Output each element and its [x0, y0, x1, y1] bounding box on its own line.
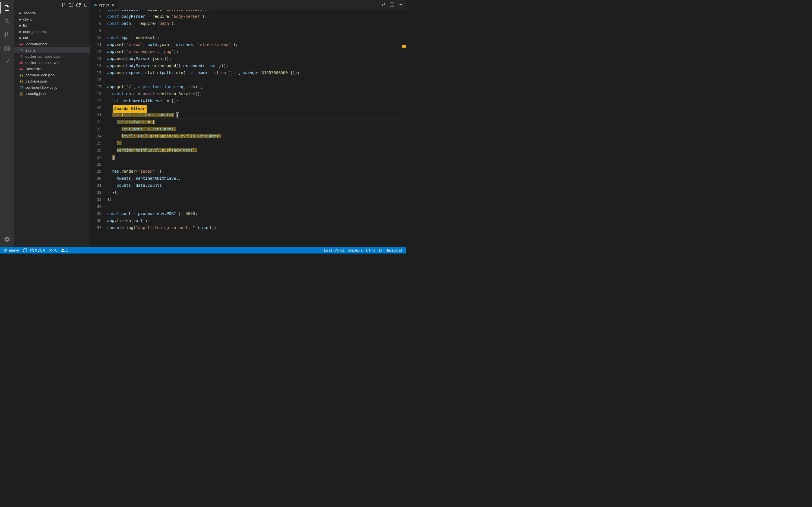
file-row[interactable]: JSsentimentService.js	[14, 84, 90, 91]
svg-point-8	[62, 249, 63, 250]
tab-appjs[interactable]: JS app.js ×	[90, 0, 118, 10]
status-problems[interactable]: 0 0	[29, 247, 47, 253]
code-line[interactable]: });	[107, 196, 406, 203]
collapse-all-button[interactable]	[84, 3, 88, 7]
activity-scm[interactable]	[0, 29, 14, 41]
file-row[interactable]: {}tsconfig.json	[14, 91, 90, 97]
code-line[interactable]: · · tweets: sentimentWithLevel,	[107, 175, 406, 182]
code-line[interactable]: · let sentimentWithLevel = [];	[107, 98, 406, 105]
svg-point-9	[63, 249, 64, 250]
file-row[interactable]: Dockerfile	[14, 66, 90, 72]
code-line[interactable]	[107, 76, 406, 83]
docker-icon	[18, 60, 24, 65]
code-line[interactable]	[107, 203, 406, 210]
file-row[interactable]: docker-compose.yml	[14, 59, 90, 66]
tree-label: client	[23, 17, 32, 21]
code-line[interactable]	[107, 161, 406, 168]
code-lines[interactable]: const session = require('express-session…	[107, 10, 406, 231]
code-line[interactable]: · }	[107, 154, 406, 161]
code-line[interactable]	[107, 27, 406, 34]
status-liveshare[interactable]: PJ	[47, 247, 59, 253]
chevron-right-icon: ▶	[18, 30, 22, 33]
code-line[interactable]: · for (let s in data.tweets) {	[107, 112, 406, 119]
code-line[interactable]: · · sentimentWithLevel.push(newTweet);	[107, 147, 406, 154]
code-line[interactable]: app.set('views', path.join(__dirname, 'c…	[107, 41, 406, 48]
ellipsis-icon	[398, 2, 403, 7]
code-line[interactable]: const app = express();	[107, 34, 406, 41]
activity-search[interactable]	[0, 16, 14, 27]
code-line[interactable]: app.get('/', async function (req, res) {	[107, 83, 406, 91]
more-actions-button[interactable]	[398, 2, 403, 8]
folder-row[interactable]: ▶.vscode	[14, 10, 90, 16]
code-line[interactable]: · · let newTweet = {	[107, 119, 406, 126]
js-icon: JS	[18, 86, 24, 89]
tab-close-button[interactable]: ×	[111, 3, 115, 7]
activity-settings[interactable]	[0, 234, 14, 245]
svg-point-7	[50, 250, 51, 251]
activity-bar	[0, 0, 14, 247]
gear-icon	[4, 236, 10, 243]
code-line[interactable]: · · };	[107, 140, 406, 147]
compare-changes-button[interactable]	[381, 2, 386, 8]
yaml-icon: !	[18, 55, 24, 58]
code-line[interactable]: console.log("app listening on port: " + …	[107, 224, 406, 231]
compare-icon	[381, 2, 386, 7]
code-editor[interactable]: 6789101112131415161718192021222324252627…	[90, 10, 406, 247]
file-row[interactable]: !docker-compose.deb...	[14, 53, 90, 59]
status-participants[interactable]: 1	[59, 247, 70, 253]
sidebar-explorer: E... ▶.vscode▶client▶lib▶node	[14, 0, 90, 247]
status-eol[interactable]: LF	[377, 247, 385, 253]
minimap[interactable]	[402, 10, 406, 247]
code-line[interactable]: app.use(express.static(path.join(__dirna…	[107, 69, 406, 76]
file-row[interactable]: JSapp.js	[14, 47, 90, 53]
folder-row[interactable]: ▶client	[14, 16, 90, 22]
branch-icon	[4, 248, 8, 252]
code-line[interactable]: app.use(bodyParser.urlencoded({ extended…	[107, 62, 406, 69]
code-line[interactable]: app.listen(port);	[107, 217, 406, 224]
status-cursor[interactable]: Ln 21, Col 31	[322, 247, 346, 253]
status-language[interactable]: JavaScript	[385, 247, 404, 253]
status-spaces[interactable]: Spaces: 2	[346, 247, 364, 253]
file-row[interactable]: .dockerignore	[14, 41, 90, 47]
file-row[interactable]: {}package.json	[14, 78, 90, 84]
code-line[interactable]: · · counts: data.counts	[107, 182, 406, 189]
liveshare-author-tag: Amanda Silver	[113, 105, 147, 113]
code-line[interactable]: · · · level: util.getHappinessLevel(s.se…	[107, 133, 406, 140]
code-line[interactable]: const bodyParser = require('body-parser'…	[107, 13, 406, 20]
activity-explorer[interactable]	[0, 2, 14, 13]
search-icon	[4, 18, 10, 25]
code-line[interactable]: app.use(bodyParser.json());	[107, 55, 406, 62]
new-folder-button[interactable]	[69, 3, 73, 7]
code-line[interactable]: · });	[107, 189, 406, 196]
code-line[interactable]: const path = require('path');	[107, 20, 406, 27]
refresh-button[interactable]	[76, 3, 81, 7]
folder-row[interactable]: ▶node_modules	[14, 29, 90, 35]
tree-label: Dockerfile	[26, 67, 42, 71]
status-encoding[interactable]: UTF-8	[364, 247, 377, 253]
folder-row[interactable]: ▶util	[14, 35, 90, 41]
split-editor-button[interactable]	[390, 2, 394, 8]
code-line[interactable]: · const data = await sentimentService();	[107, 91, 406, 98]
chevron-right-icon: ▶	[18, 24, 22, 27]
new-file-button[interactable]	[61, 3, 66, 7]
code-line[interactable]: · res.render('index', {	[107, 168, 406, 175]
file-tree[interactable]: ▶.vscode▶client▶lib▶node_modules▶util.do…	[14, 10, 90, 247]
code-line[interactable]	[107, 105, 406, 112]
status-branch[interactable]: master	[2, 247, 21, 253]
file-row[interactable]: {}package-lock.json	[14, 72, 90, 78]
folder-row[interactable]: ▶lib	[14, 22, 90, 29]
code-line[interactable]: · · · sentiment: s.sentiment,	[107, 126, 406, 133]
activity-debug[interactable]	[0, 43, 14, 54]
new-file-icon	[61, 3, 66, 7]
refresh-icon	[76, 3, 81, 7]
status-sync[interactable]	[21, 247, 29, 253]
code-line[interactable]: const session = require('express-session…	[107, 10, 406, 13]
tree-label: docker-compose.deb...	[26, 54, 63, 59]
activity-liveshare[interactable]	[0, 56, 14, 68]
main-area: E... ▶.vscode▶client▶lib▶node	[0, 0, 406, 247]
code-line[interactable]: app.set('view engine', 'pug');	[107, 48, 406, 55]
js-icon: JS	[93, 3, 98, 6]
explorer-title: E...	[20, 3, 61, 7]
files-icon	[4, 4, 10, 11]
code-line[interactable]: const port = process.env.PORT || 3000;	[107, 210, 406, 217]
